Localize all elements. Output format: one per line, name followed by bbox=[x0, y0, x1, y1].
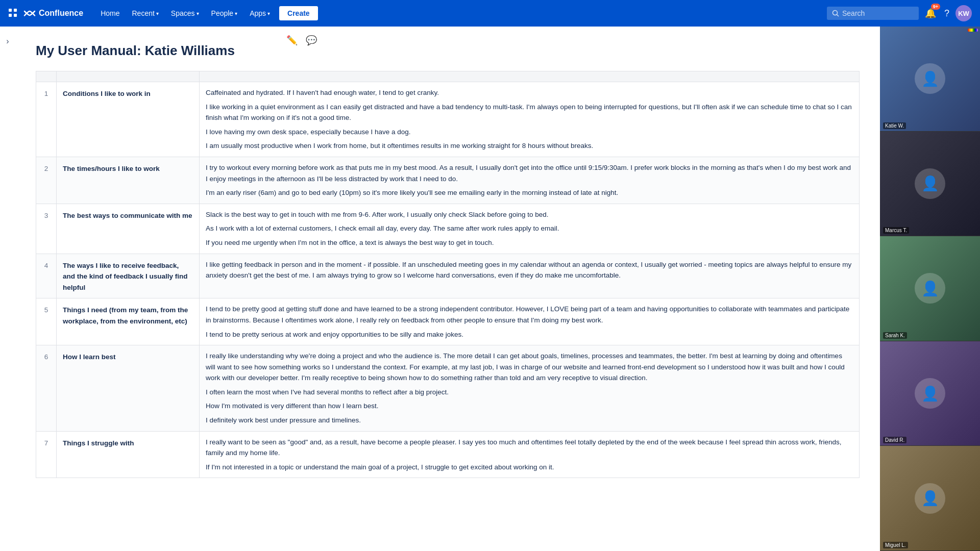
person-silhouette: 👤 bbox=[915, 483, 945, 514]
spaces-chevron-icon: ▾ bbox=[197, 11, 199, 16]
participant-name: Katie W. bbox=[883, 122, 906, 129]
help-button[interactable]: ? bbox=[942, 6, 951, 21]
sidebar-chevron-icon: › bbox=[6, 37, 9, 46]
participant-name: Miguel L. bbox=[883, 542, 908, 548]
video-background: 👤 bbox=[880, 236, 980, 341]
content-paragraph: I tend to be pretty serious at work and … bbox=[206, 329, 853, 340]
video-tile[interactable]: 👤Katie W. bbox=[880, 27, 980, 132]
notifications[interactable]: 🔔 9+ bbox=[923, 6, 938, 21]
person-silhouette: 👤 bbox=[915, 63, 945, 94]
row-label: The best ways to communicate with me bbox=[57, 204, 200, 254]
grid-icon[interactable] bbox=[8, 8, 17, 19]
participant-name: Marcus T. bbox=[883, 227, 909, 234]
create-button[interactable]: Create bbox=[279, 6, 318, 20]
nav-spaces[interactable]: Spaces ▾ bbox=[166, 6, 204, 20]
table-row: 5Things I need (from my team, from the w… bbox=[36, 298, 860, 345]
col-num bbox=[36, 71, 57, 82]
video-tile[interactable]: 👤David R. bbox=[880, 341, 980, 446]
table-row: 3The best ways to communicate with meSla… bbox=[36, 204, 860, 254]
row-number: 6 bbox=[36, 345, 57, 432]
table-row: 7Things I struggle withI really want to … bbox=[36, 431, 860, 478]
table-row: 1Conditions I like to work inCaffeinated… bbox=[36, 82, 860, 157]
content-paragraph: I'm an early riser (6am) and go to bed e… bbox=[206, 187, 853, 198]
page-title: My User Manual: Katie Williams bbox=[36, 43, 860, 59]
row-content: I tend to be pretty good at getting stuf… bbox=[200, 298, 860, 345]
svg-point-4 bbox=[832, 11, 837, 15]
content-paragraph: I often learn the most when I've had sev… bbox=[206, 387, 853, 398]
page-content: My User Manual: Katie Williams 1Conditio… bbox=[15, 27, 880, 551]
row-number: 2 bbox=[36, 157, 57, 204]
video-tile[interactable]: 👤Marcus T. bbox=[880, 132, 980, 237]
comment-icon[interactable]: 💬 bbox=[304, 33, 319, 48]
content-paragraph: I love having my own desk space, especia… bbox=[206, 127, 853, 138]
svg-rect-3 bbox=[14, 14, 17, 17]
row-number: 5 bbox=[36, 298, 57, 345]
row-label: Things I struggle with bbox=[57, 431, 200, 478]
row-content: I really want to be seen as "good" and, … bbox=[200, 431, 860, 478]
svg-rect-2 bbox=[9, 14, 12, 17]
content-paragraph: I like getting feedback in person and in… bbox=[206, 259, 853, 281]
svg-line-5 bbox=[837, 15, 839, 17]
person-silhouette: 👤 bbox=[915, 378, 945, 409]
people-chevron-icon: ▾ bbox=[235, 11, 237, 16]
participant-name: Sarah K. bbox=[883, 332, 907, 339]
nav-recent[interactable]: Recent ▾ bbox=[127, 6, 163, 20]
nav-home[interactable]: Home bbox=[95, 6, 125, 20]
video-background: 👤 bbox=[880, 27, 980, 131]
video-background: 👤 bbox=[880, 132, 980, 236]
content-paragraph: I tend to be pretty good at getting stuf… bbox=[206, 304, 853, 325]
video-tile[interactable]: 👤Miguel L. bbox=[880, 446, 980, 551]
table-row: 4The ways I like to receive feedback, an… bbox=[36, 254, 860, 298]
confluence-logo[interactable]: Confluence bbox=[23, 7, 83, 19]
row-label: The ways I like to receive feedback, and… bbox=[57, 254, 200, 298]
main-container: › ✏️ 💬 My User Manual: Katie Williams 1C… bbox=[0, 27, 980, 551]
content-paragraph: How I'm motivated is very different than… bbox=[206, 400, 853, 412]
row-content: I really like understanding why we're do… bbox=[200, 345, 860, 432]
content-paragraph: I really like understanding why we're do… bbox=[206, 350, 853, 384]
row-label: Things I need (from my team, from the wo… bbox=[57, 298, 200, 345]
col-content bbox=[200, 71, 860, 82]
row-number: 4 bbox=[36, 254, 57, 298]
row-content: Slack is the best way to get in touch wi… bbox=[200, 204, 860, 254]
table-row: 2The times/hours I like to workI try to … bbox=[36, 157, 860, 204]
video-panel: 👤Katie W.👤Marcus T.👤Sarah K.👤David R.👤Mi… bbox=[880, 27, 980, 551]
user-avatar[interactable]: KW bbox=[955, 5, 972, 21]
person-silhouette: 👤 bbox=[915, 273, 945, 304]
nav-people[interactable]: People ▾ bbox=[206, 6, 243, 20]
col-label bbox=[57, 71, 200, 82]
content-paragraph: As I work with a lot of external custome… bbox=[206, 223, 853, 234]
row-content: Caffeinated and hydrated. If I haven't h… bbox=[200, 82, 860, 157]
content-paragraph: I really want to be seen as "good" and, … bbox=[206, 437, 853, 459]
content-paragraph: I definitely work best under pressure an… bbox=[206, 415, 853, 426]
row-label: Conditions I like to work in bbox=[57, 82, 200, 157]
video-background: 👤 bbox=[880, 446, 980, 550]
content-paragraph: Caffeinated and hydrated. If I haven't h… bbox=[206, 87, 853, 98]
content-paragraph: Slack is the best way to get in touch wi… bbox=[206, 209, 853, 220]
rainbow-indicator bbox=[968, 29, 978, 32]
page-actions: ✏️ 💬 bbox=[284, 33, 319, 48]
logo-text: Confluence bbox=[39, 9, 83, 18]
person-silhouette: 👤 bbox=[915, 168, 945, 199]
nav-apps[interactable]: Apps ▾ bbox=[244, 6, 275, 20]
content-paragraph: If you need me urgently when I'm not in … bbox=[206, 237, 853, 248]
row-content: I like getting feedback in person and in… bbox=[200, 254, 860, 298]
top-navigation: Confluence Home Recent ▾ Spaces ▾ People… bbox=[0, 0, 980, 27]
row-content: I try to workout every morning before wo… bbox=[200, 157, 860, 204]
notification-count: 9+ bbox=[931, 4, 940, 10]
content-paragraph: I like working in a quiet environment as… bbox=[206, 102, 853, 123]
row-number: 1 bbox=[36, 82, 57, 157]
nav-links: Home Recent ▾ Spaces ▾ People ▾ Apps ▾ C… bbox=[95, 6, 318, 20]
row-label: How I learn best bbox=[57, 345, 200, 432]
content-paragraph: If I'm not interested in a topic or unde… bbox=[206, 462, 853, 473]
content-paragraph: I am usually most productive when I work… bbox=[206, 140, 853, 152]
search-label: Search bbox=[842, 9, 865, 17]
search-bar[interactable]: Search bbox=[827, 7, 919, 20]
user-manual-table: 1Conditions I like to work inCaffeinated… bbox=[36, 71, 860, 478]
video-tile[interactable]: 👤Sarah K. bbox=[880, 236, 980, 341]
video-background: 👤 bbox=[880, 341, 980, 446]
sidebar-toggle[interactable]: › bbox=[0, 27, 15, 551]
row-number: 7 bbox=[36, 431, 57, 478]
edit-icon[interactable]: ✏️ bbox=[284, 33, 300, 48]
content-paragraph: I try to workout every morning before wo… bbox=[206, 162, 853, 184]
apps-chevron-icon: ▾ bbox=[267, 11, 270, 16]
